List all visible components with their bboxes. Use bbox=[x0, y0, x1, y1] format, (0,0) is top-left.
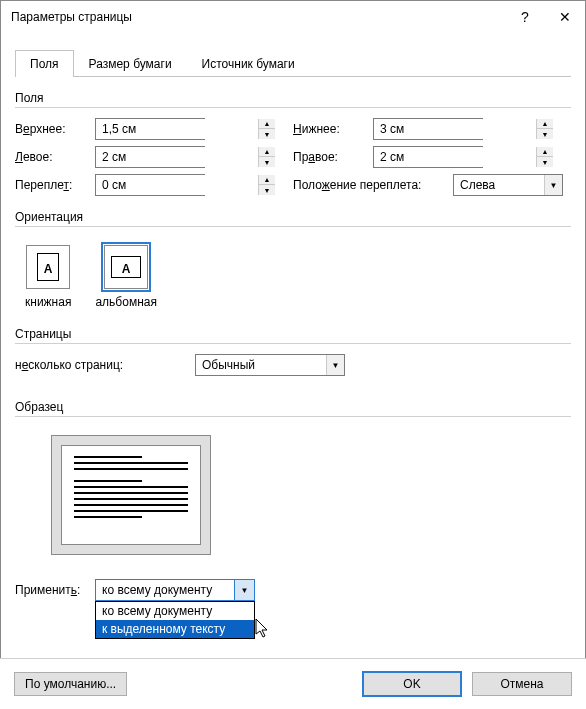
right-margin-input[interactable]: ▲▼ bbox=[373, 146, 483, 168]
gutter-down[interactable]: ▼ bbox=[259, 185, 275, 195]
window-title: Параметры страницы bbox=[11, 10, 505, 24]
label-bottom-margin: Нижнее: bbox=[293, 122, 373, 136]
label-multiple-pages: несколько страниц: bbox=[15, 358, 195, 372]
gutter-position-select[interactable]: Слева ▼ bbox=[453, 174, 563, 196]
title-bar: Параметры страницы ? ✕ bbox=[1, 1, 585, 33]
left-margin-field[interactable] bbox=[96, 147, 258, 167]
apply-option-whole-document[interactable]: ко всему документу bbox=[96, 602, 254, 620]
group-orientation-title: Ориентация bbox=[15, 210, 571, 227]
label-apply-to: Применить: bbox=[15, 583, 95, 597]
gutter-field[interactable] bbox=[96, 175, 258, 195]
apply-to-select[interactable]: ко всему документу ▼ bbox=[95, 579, 255, 601]
right-margin-up[interactable]: ▲ bbox=[537, 147, 553, 157]
chevron-down-icon: ▼ bbox=[326, 355, 344, 375]
tab-paper-size[interactable]: Размер бумаги bbox=[74, 50, 187, 77]
top-margin-down[interactable]: ▼ bbox=[259, 129, 275, 139]
gutter-up[interactable]: ▲ bbox=[259, 175, 275, 185]
group-margins-title: Поля bbox=[15, 91, 571, 108]
help-button[interactable]: ? bbox=[505, 1, 545, 33]
top-margin-up[interactable]: ▲ bbox=[259, 119, 275, 129]
left-margin-input[interactable]: ▲▼ bbox=[95, 146, 205, 168]
bottom-margin-field[interactable] bbox=[374, 119, 536, 139]
bottom-margin-input[interactable]: ▲▼ bbox=[373, 118, 483, 140]
portrait-icon: A bbox=[26, 245, 70, 289]
sample-preview bbox=[51, 435, 211, 555]
orientation-portrait[interactable]: A книжная bbox=[21, 241, 75, 313]
right-margin-field[interactable] bbox=[374, 147, 536, 167]
label-top-margin: Верхнее: bbox=[15, 122, 95, 136]
right-margin-down[interactable]: ▼ bbox=[537, 157, 553, 167]
left-margin-up[interactable]: ▲ bbox=[259, 147, 275, 157]
top-margin-input[interactable]: ▲▼ bbox=[95, 118, 205, 140]
sample-page-icon bbox=[61, 445, 201, 545]
cancel-button[interactable]: Отмена bbox=[472, 672, 572, 696]
tab-paper-source[interactable]: Источник бумаги bbox=[187, 50, 310, 77]
landscape-label: альбомная bbox=[95, 295, 157, 309]
svg-text:A: A bbox=[122, 262, 131, 276]
label-right-margin: Правое: bbox=[293, 150, 373, 164]
dialog-footer: По умолчанию... OK Отмена bbox=[0, 658, 586, 709]
cursor-icon bbox=[255, 619, 269, 639]
group-pages-title: Страницы bbox=[15, 327, 571, 344]
label-left-margin: Левое: bbox=[15, 150, 95, 164]
orientation-landscape[interactable]: A альбомная bbox=[91, 241, 161, 313]
close-button[interactable]: ✕ bbox=[545, 1, 585, 33]
bottom-margin-up[interactable]: ▲ bbox=[537, 119, 553, 129]
apply-to-dropdown: ко всему документу к выделенному тексту bbox=[95, 601, 255, 639]
bottom-margin-down[interactable]: ▼ bbox=[537, 129, 553, 139]
apply-option-selected-text[interactable]: к выделенному тексту bbox=[96, 620, 254, 638]
tab-margins[interactable]: Поля bbox=[15, 50, 74, 77]
set-default-button[interactable]: По умолчанию... bbox=[14, 672, 127, 696]
chevron-down-icon: ▼ bbox=[544, 175, 562, 195]
portrait-label: книжная bbox=[25, 295, 71, 309]
gutter-input[interactable]: ▲▼ bbox=[95, 174, 205, 196]
svg-text:A: A bbox=[44, 262, 53, 276]
multiple-pages-select[interactable]: Обычный ▼ bbox=[195, 354, 345, 376]
chevron-down-icon: ▼ bbox=[234, 580, 254, 600]
label-gutter-position: Положение переплета: bbox=[293, 178, 453, 192]
top-margin-field[interactable] bbox=[96, 119, 258, 139]
group-sample-title: Образец bbox=[15, 400, 571, 417]
landscape-icon: A bbox=[104, 245, 148, 289]
ok-button[interactable]: OK bbox=[362, 671, 462, 697]
left-margin-down[interactable]: ▼ bbox=[259, 157, 275, 167]
label-gutter: Переплет: bbox=[15, 178, 95, 192]
tab-bar: Поля Размер бумаги Источник бумаги bbox=[15, 49, 571, 77]
